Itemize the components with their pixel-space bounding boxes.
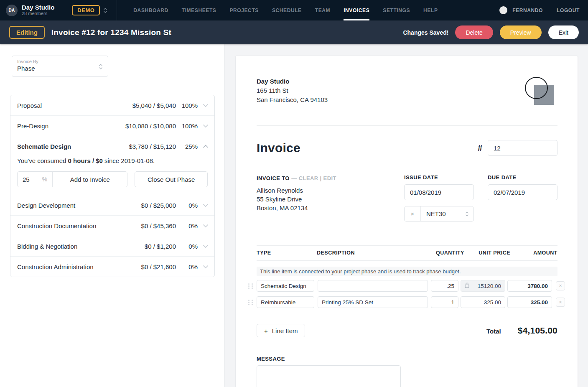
phase-name: Construction Documentation: [17, 222, 141, 229]
terms-value: NET30: [426, 210, 446, 217]
invoice-number-input[interactable]: [488, 140, 557, 156]
top-nav: DA Day Studio 28 members DEMO DASHBOARD …: [0, 0, 588, 20]
nav-schedule[interactable]: SCHEDULE: [265, 0, 308, 20]
company-address-block: Day Studio 165 11th St San Francisco, CA…: [257, 77, 328, 105]
line-unit-price-input[interactable]: [461, 296, 505, 308]
client-address1: 55 Skyline Drive: [257, 195, 390, 204]
line-amount-input[interactable]: [507, 280, 552, 292]
chevron-down-icon[interactable]: [203, 104, 209, 107]
delete-button[interactable]: Delete: [455, 25, 493, 39]
company-name: Day Studio: [22, 4, 54, 11]
phase-name: Bidding & Negotiation: [17, 243, 145, 250]
phase-row[interactable]: Construction Administration $0 / $21,600…: [10, 257, 214, 277]
chevron-down-icon[interactable]: [203, 265, 209, 269]
phase-row[interactable]: Bidding & Negotiation $0 / $1,200 0%: [10, 236, 214, 256]
nav-dashboard[interactable]: DASHBOARD: [127, 0, 175, 20]
user-avatar[interactable]: [499, 6, 507, 14]
phase-row-predesign: Pre-Design $10,080 / $10,080 100%: [10, 115, 214, 136]
chevron-down-icon[interactable]: [203, 204, 209, 207]
phase-row[interactable]: Proposal $5,040 / $5,040 100%: [10, 95, 214, 115]
pipe: |: [318, 175, 323, 181]
phase-row-proposal: Proposal $5,040 / $5,040 100%: [10, 95, 214, 115]
brand[interactable]: DA Day Studio 28 members: [6, 4, 54, 16]
line-unit-price-locked: 15120.00: [461, 280, 505, 292]
phase-name: Construction Administration: [17, 263, 141, 270]
preview-button[interactable]: Preview: [500, 25, 542, 39]
remove-line-icon[interactable]: ×: [556, 298, 565, 307]
phase-row[interactable]: Schematic Design $3,780 / $15,120 25%: [10, 136, 214, 156]
line-type-input[interactable]: [257, 296, 314, 308]
invoice-to-label: INVOICE TO: [257, 175, 290, 181]
phase-percent: 0%: [176, 222, 198, 229]
line-quantity-input[interactable]: [431, 296, 458, 308]
nav-help[interactable]: HELP: [417, 0, 444, 20]
divider: [257, 125, 557, 126]
chevron-down-icon[interactable]: [203, 244, 209, 248]
message-label: MESSAGE: [257, 356, 557, 362]
phase-name: Design Development: [17, 202, 141, 209]
nav-team[interactable]: TEAM: [308, 0, 337, 20]
message-textarea[interactable]: [257, 365, 401, 387]
due-date-input[interactable]: [488, 184, 557, 200]
phase-row-construction-administration: Construction Administration $0 / $21,600…: [10, 256, 214, 277]
edit-link[interactable]: EDIT: [323, 175, 336, 181]
phase-row-construction-documentation: Construction Documentation $0 / $45,360 …: [10, 215, 214, 236]
invoice-header-bar: Editing Invoice #12 for 1234 Mission St …: [0, 20, 588, 44]
company-name: Day Studio: [257, 77, 328, 86]
col-unit-price: UNIT PRICE: [466, 250, 510, 256]
payment-terms-select[interactable]: × NET30: [404, 206, 474, 222]
phase-amount: $0 / $1,200: [145, 243, 176, 250]
remove-line-icon[interactable]: ×: [556, 281, 565, 290]
add-to-invoice-button[interactable]: Add to Invoice: [53, 172, 127, 187]
phase-row-schematic-design: Schematic Design $3,780 / $15,120 25% Yo…: [10, 136, 214, 195]
phase-row[interactable]: Pre-Design $10,080 / $10,080 100%: [10, 116, 214, 136]
line-quantity-input[interactable]: [431, 280, 458, 292]
phase-name: Pre-Design: [17, 122, 125, 130]
phase-row[interactable]: Design Development $0 / $25,000 0%: [10, 195, 214, 215]
company-members: 28 members: [22, 11, 54, 16]
invoice-by-label: Invoice By: [17, 59, 103, 64]
clear-terms-icon[interactable]: ×: [405, 206, 421, 221]
client-address2: Boston, MA 02134: [257, 204, 390, 212]
chevron-down-icon[interactable]: [203, 224, 209, 228]
issue-date-input[interactable]: [404, 184, 474, 200]
nav-timesheets[interactable]: TIMESHEETS: [175, 0, 223, 20]
col-type: TYPE: [257, 250, 317, 256]
line-description-input[interactable]: [318, 280, 428, 292]
company-address1: 165 11th St: [257, 86, 328, 95]
invoice-editor-card: Day Studio 165 11th St San Francisco, CA…: [235, 56, 578, 387]
demo-badge[interactable]: DEMO: [72, 5, 100, 15]
chevron-down-icon[interactable]: [203, 124, 209, 128]
phase-row[interactable]: Construction Documentation $0 / $45,360 …: [10, 216, 214, 236]
total-label: Total: [486, 328, 501, 335]
drag-handle-icon[interactable]: [248, 300, 253, 305]
line-unit-price-value: 15120.00: [478, 283, 501, 289]
user-menu[interactable]: FERNANDO: [512, 8, 543, 13]
phase-name: Schematic Design: [17, 143, 129, 150]
invoice-by-select[interactable]: Invoice By Phase: [12, 56, 108, 77]
logout-link[interactable]: LOGOUT: [557, 8, 580, 13]
phase-amount: $10,080 / $10,080: [125, 122, 176, 130]
line-items-table: TYPE DESCRIPTION QUANTITY UNIT PRICE AMO…: [257, 245, 557, 337]
workspace-switcher-icon[interactable]: [103, 8, 107, 13]
add-line-item-button[interactable]: + Line Item: [257, 324, 305, 337]
line-item-row: 15120.00 ×: [248, 280, 565, 292]
line-description-input[interactable]: [318, 296, 428, 308]
drag-handle-icon[interactable]: [248, 283, 253, 289]
nav-settings[interactable]: SETTINGS: [376, 0, 417, 20]
percent-input[interactable]: [23, 176, 38, 183]
exit-button[interactable]: Exit: [548, 25, 579, 39]
chevron-up-icon[interactable]: [203, 145, 209, 148]
phase-expanded-panel: You've consumed 0 hours / $0 since 2019-…: [10, 156, 214, 195]
select-sorter-icon: [99, 64, 103, 70]
phase-amount: $0 / $21,600: [141, 263, 176, 270]
line-type-input[interactable]: [257, 280, 314, 292]
nav-invoices[interactable]: INVOICES: [337, 0, 376, 20]
nav-projects[interactable]: PROJECTS: [223, 0, 265, 20]
col-description: DESCRIPTION: [317, 250, 436, 256]
close-out-phase-button[interactable]: Close Out Phase: [135, 171, 208, 187]
phase-row-bidding-negotiation: Bidding & Negotiation $0 / $1,200 0%: [10, 236, 214, 256]
line-amount-input[interactable]: [507, 296, 552, 308]
page-title: Invoice #12 for 1234 Mission St: [51, 28, 171, 37]
clear-link[interactable]: CLEAR: [299, 175, 318, 181]
